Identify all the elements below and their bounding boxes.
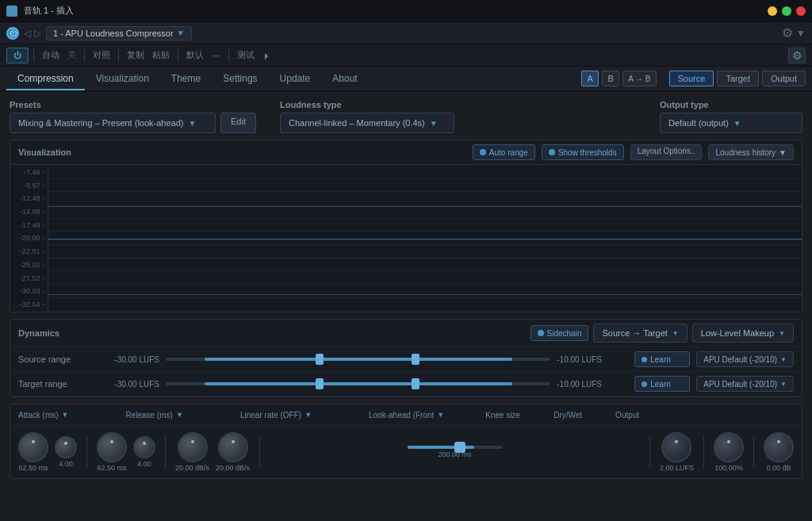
settings-icon-btn[interactable]: ⚙ [788,48,806,63]
sep-1 [86,436,87,468]
output-knob[interactable] [764,432,794,462]
chart-body [48,165,802,312]
output-tab-button[interactable]: Output [762,71,806,86]
loudness-history-button[interactable]: Loudness history ▼ [708,144,794,160]
target-learn-button[interactable]: Learn [634,376,690,392]
source-preset-label: APU Default (-20/10) [703,355,777,364]
tab-about[interactable]: About [321,68,368,90]
target-learn-label: Learn [650,380,671,389]
target-range-track [166,382,550,385]
source-learn-label: Learn [650,355,671,364]
power-button[interactable]: ⏻ [6,48,29,63]
toolbar-separator-4 [178,49,178,62]
toolbar-separator-5 [228,49,229,62]
target-range-thumb-left[interactable] [316,378,324,389]
toolbar-separator-2 [84,49,85,62]
target-range-slider[interactable] [166,376,550,392]
loudness-select[interactable]: Channel-linked – Momentary (0.4s) ▼ [280,113,454,133]
lookahead-arrow-icon[interactable]: ▼ [437,411,444,419]
ab-button-a[interactable]: A [581,71,599,86]
attack-knob[interactable] [18,432,48,462]
tab-compression[interactable]: Compression [6,68,85,90]
target-preset-select[interactable]: APU Default (-20/10) ▼ [696,376,794,392]
source-range-thumb-left[interactable] [316,354,324,365]
target-tab-button[interactable]: Target [717,71,759,86]
output-type-select[interactable]: Default (output) ▼ [660,113,802,133]
y-label-10: -32.54 - [13,301,44,308]
target-range-thumb-right[interactable] [412,378,419,389]
knee-knob-indicator [675,440,678,443]
lowlevel-label: Low-Level Makeup [701,328,774,338]
target-range-label: Target range [18,379,82,389]
maximize-button[interactable] [782,6,791,16]
minimize-button[interactable] [768,6,777,16]
dynamics-title: Dynamics [18,328,59,338]
auto-range-toggle[interactable]: Auto range [473,144,535,160]
title-bar-controls [768,6,806,16]
plugin-menu-arrow[interactable]: ▼ [796,28,806,39]
linear-knob-1-val: 20.00 dB/s [175,464,209,472]
drywet-knob[interactable] [714,432,744,462]
linear-arrow-icon[interactable]: ▼ [304,411,312,419]
attack-small-knob-indicator [64,442,67,445]
plugin-dropdown-arrow[interactable]: ▼ [177,29,185,37]
tab-visualization[interactable]: Visualization [85,68,160,90]
ab-button-b[interactable]: B [602,71,619,86]
plugin-settings-icon[interactable]: ⚙ [782,25,793,40]
close-button[interactable] [796,6,806,16]
tab-settings[interactable]: Settings [212,68,268,90]
auto-label: 自动 [39,49,63,61]
title-bar-text: 音轨 1 - 插入 [24,5,74,17]
lowlevel-arrow-icon: ▼ [779,330,785,337]
nav-back-icon[interactable]: ◁ [24,28,31,39]
plugin-name: 1 - APU Loudness Compressor [53,29,174,38]
release-knob[interactable] [97,432,127,462]
sep-4 [649,436,650,468]
presets-arrow-icon: ▼ [188,119,196,128]
plugin-power-icon[interactable]: ⏻ [6,27,19,40]
ab-controls: A B A → B Source Target Output [581,71,806,86]
tab-theme[interactable]: Theme [160,68,212,90]
plugin-name-badge: 1 - APU Loudness Compressor ▼ [46,26,192,40]
tab-update[interactable]: Update [269,68,322,90]
edit-button[interactable]: Edit [220,113,256,133]
sidechain-button[interactable]: Sidechain [530,325,589,341]
link-icon: ↔ [209,51,224,60]
release-arrow-icon[interactable]: ▼ [176,411,183,419]
attack-small-knob[interactable] [55,436,77,458]
lookahead-slider-track[interactable] [408,446,503,449]
chart-area: -7.46 - -9.97 - -12.48 - -14.98 - -17.49… [10,165,802,312]
lookahead-slider-thumb[interactable] [454,442,465,453]
attack-arrow-icon[interactable]: ▼ [62,411,69,419]
source-range-slider[interactable] [166,351,550,367]
show-thresholds-dot [549,149,555,155]
loudness-arrow-icon: ▼ [430,119,438,128]
y-label-3: -14.98 - [13,208,44,216]
linear-knob-1[interactable] [178,432,208,462]
source-learn-dot [642,357,647,362]
source-learn-button[interactable]: Learn [634,351,690,367]
nav-forward-icon[interactable]: ▷ [34,28,41,39]
source-preset-select[interactable]: APU Default (-20/10) ▼ [696,351,794,367]
play-icon: ⏵ [259,51,274,60]
presets-select[interactable]: Mixing & Mastering – Present (look-ahead… [10,113,216,133]
layout-options-button[interactable]: Layout Options.. [630,144,703,160]
y-label-1: -9.97 - [13,182,44,190]
source-target-arrow-icon: ▼ [672,330,679,337]
release-small-knob[interactable] [133,436,155,458]
knee-ctrl-col: Knee size [485,411,520,419]
source-tab-button[interactable]: Source [669,71,714,86]
show-thresholds-toggle[interactable]: Show thresholds [542,144,624,160]
source-target-select[interactable]: Source → Target ▼ [593,324,687,343]
lowlevel-makeup-select[interactable]: Low-Level Makeup ▼ [692,324,794,343]
linear-knob-2[interactable] [218,432,248,462]
attack-small-val: 4.00 [59,460,73,468]
visualization-section: Visualization Auto range Show thresholds… [10,140,802,312]
source-range-thumb-right[interactable] [412,354,419,365]
source-range-row: Source range -30.00 LUFS -10.00 LUFS Lea… [10,347,802,372]
ab-arrow-button[interactable]: A → B [622,71,656,86]
knee-knob[interactable] [661,432,691,462]
grid-line-1 [48,191,802,192]
plugin-header: ⏻ ◁ ▷ 1 - APU Loudness Compressor ▼ ⚙ ▼ [0,22,812,44]
sep-3 [259,436,260,468]
